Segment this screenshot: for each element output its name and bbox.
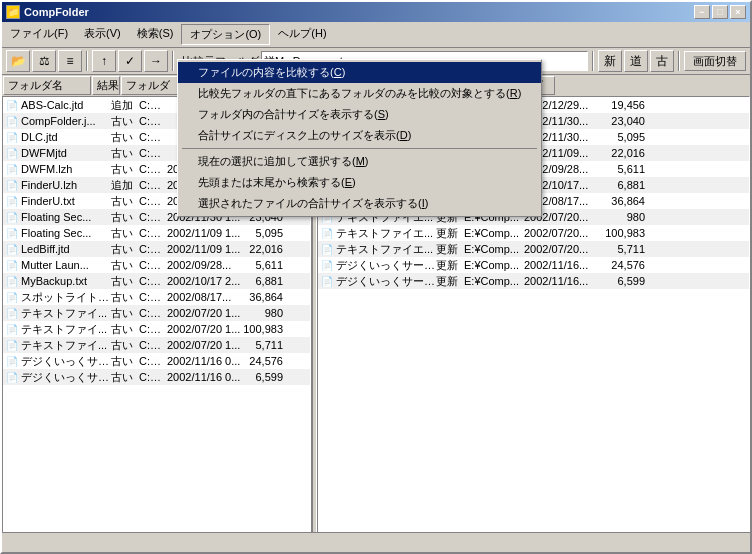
file-name: テキストファイ...	[21, 306, 111, 321]
file-icon: 📄	[5, 306, 19, 320]
menu-compare-contents[interactable]: ファイルの内容を比較する(C)	[178, 62, 541, 83]
left-col-folder-header[interactable]: フォルダ	[121, 76, 179, 95]
file-icon: 📄	[320, 258, 334, 272]
toolbar-btn-9[interactable]: 古	[650, 50, 674, 72]
toolbar-btn-3[interactable]: ≡	[58, 50, 82, 72]
file-icon: 📄	[5, 322, 19, 336]
file-size: 100,983	[242, 323, 287, 335]
table-row[interactable]: 📄テキストファイ...古いC:¥Docu...2002/07/20 1...10…	[3, 321, 310, 337]
file-result: 古い	[111, 226, 139, 241]
table-row[interactable]: 📄スポットライト0...古いC:¥Docu...2002/08/17...36,…	[3, 289, 310, 305]
file-date: 2002/11/16...	[524, 275, 599, 287]
file-icon: 📄	[5, 338, 19, 352]
file-result: 古い	[111, 354, 139, 369]
file-name: テキストファイ...	[21, 322, 111, 337]
table-row[interactable]: 📄デジくいっくサー...古いC:¥Docu...2002/11/16 0...2…	[3, 353, 310, 369]
file-icon: 📄	[320, 242, 334, 256]
file-result: 更新	[436, 226, 464, 241]
menu-add-to-selection[interactable]: 現在の選択に追加して選択する(M)	[178, 151, 541, 172]
menu-show-total-size[interactable]: 選択されたファイルの合計サイズを表示する(I)	[178, 193, 541, 214]
table-row[interactable]: 📄テキストファイエ...更新E:¥Comp...2002/07/20...5,7…	[318, 241, 749, 257]
table-row[interactable]: 📄Floating Sec...古いC:¥Docu...2002/11/09 1…	[3, 225, 310, 241]
file-size: 980	[599, 211, 649, 223]
file-result: 古い	[111, 306, 139, 321]
close-button[interactable]: ×	[730, 5, 746, 19]
file-folder: C:¥Docu...	[139, 179, 167, 191]
file-size: 5,611	[242, 259, 287, 271]
table-row[interactable]: 📄デジくいっくサーチ...更新E:¥Comp...2002/11/16...24…	[318, 257, 749, 273]
file-result: 追加	[111, 98, 139, 113]
file-result: 古い	[111, 114, 139, 129]
menu-view[interactable]: 表示(V)	[76, 24, 129, 45]
file-name: テキストファイ...	[21, 338, 111, 353]
menu-bar: ファイル(F) 表示(V) 検索(S) オプション(O) ヘルプ(H)	[2, 22, 750, 48]
file-folder: C:¥Docu...	[139, 227, 167, 239]
app-window: 📁 CompFolder − □ × ファイル(F) 表示(V) 検索(S) オ…	[0, 0, 752, 554]
table-row[interactable]: 📄Mutter Laun...古いC:¥Docu...2002/09/28...…	[3, 257, 310, 273]
file-name: CompFolder.j...	[21, 115, 111, 127]
menu-option[interactable]: オプション(O)	[181, 24, 270, 45]
table-row[interactable]: 📄デジくいっくサーチ...更新E:¥Comp...2002/11/16...6,…	[318, 273, 749, 289]
file-date: 2002/11/16...	[524, 259, 599, 271]
file-folder: E:¥Comp...	[464, 243, 524, 255]
file-name: ABS-Calc.jtd	[21, 99, 111, 111]
file-folder: C:¥Docu...	[139, 371, 167, 383]
file-size: 36,864	[599, 195, 649, 207]
file-name: スポットライト0...	[21, 290, 111, 305]
table-row[interactable]: 📄MyBackup.txt古いC:¥Docu...2002/10/17 2...…	[3, 273, 310, 289]
menu-search[interactable]: 検索(S)	[129, 24, 182, 45]
option-dropdown-menu: ファイルの内容を比較する(C) 比較先フォルダの直下にあるフォルダのみを比較の対…	[177, 59, 542, 217]
file-result: 古い	[111, 130, 139, 145]
table-row[interactable]: 📄テキストファイ...古いC:¥Docu...2002/07/20 1...98…	[3, 305, 310, 321]
file-result: 更新	[436, 258, 464, 273]
table-row[interactable]: 📄デジくいっくサー...古いC:¥Docu...2002/11/16 0...6…	[3, 369, 310, 385]
left-col-name-header[interactable]: フォルダ名	[3, 76, 91, 95]
file-folder: C:¥Docu...	[139, 339, 167, 351]
table-row[interactable]: 📄テキストファイ...古いC:¥Docu...2002/07/20 1...5,…	[3, 337, 310, 353]
app-icon: 📁	[6, 5, 20, 19]
menu-folder-total-size[interactable]: フォルダ内の合計サイズを表示する(S)	[178, 104, 541, 125]
file-date: 2002/11/16 0...	[167, 371, 242, 383]
file-name: DLC.jtd	[21, 131, 111, 143]
menu-file[interactable]: ファイル(F)	[2, 24, 76, 45]
menu-search-from-end[interactable]: 先頭または末尾から検索する(E)	[178, 172, 541, 193]
file-folder: C:¥Docu...	[139, 195, 167, 207]
menu-help[interactable]: ヘルプ(H)	[270, 24, 334, 45]
file-date: 2002/07/20...	[524, 227, 599, 239]
file-result: 古い	[111, 146, 139, 161]
file-folder: C:¥Docu...	[139, 355, 167, 367]
file-name: デジくいっくサーチ...	[336, 258, 436, 273]
toolbar-btn-4[interactable]: ↑	[92, 50, 116, 72]
left-col-result-header[interactable]: 結果	[92, 76, 120, 95]
maximize-button[interactable]: □	[712, 5, 728, 19]
file-name: LedBiff.jtd	[21, 243, 111, 255]
toolbar-btn-5[interactable]: ✓	[118, 50, 142, 72]
switch-view-button[interactable]: 画面切替	[684, 51, 746, 71]
toolbar-btn-8[interactable]: 道	[624, 50, 648, 72]
file-icon: 📄	[5, 162, 19, 176]
file-date: 2002/09/28...	[167, 259, 242, 271]
file-result: 追加	[111, 178, 139, 193]
toolbar-btn-7[interactable]: 新	[598, 50, 622, 72]
file-name: デジくいっくサーチ...	[336, 274, 436, 289]
menu-subfolder-only[interactable]: 比較先フォルダの直下にあるフォルダのみを比較の対象とする(R)	[178, 83, 541, 104]
toolbar-btn-6[interactable]: →	[144, 50, 168, 72]
toolbar-btn-1[interactable]: 📂	[6, 50, 30, 72]
file-result: 更新	[436, 274, 464, 289]
window-controls: − □ ×	[694, 5, 746, 19]
table-row[interactable]: 📄テキストファイエ...更新E:¥Comp...2002/07/20...100…	[318, 225, 749, 241]
file-size: 22,016	[599, 147, 649, 159]
file-folder: E:¥Comp...	[464, 275, 524, 287]
file-date: 2002/08/17...	[167, 291, 242, 303]
file-size: 23,040	[599, 115, 649, 127]
table-row[interactable]: 📄LedBiff.jtd古いC:¥Docu...2002/11/09 1...2…	[3, 241, 310, 257]
file-icon: 📄	[5, 178, 19, 192]
menu-disk-size[interactable]: 合計サイズにディスク上のサイズを表示(D)	[178, 125, 541, 146]
toolbar-btn-2[interactable]: ⚖	[32, 50, 56, 72]
file-date: 2002/11/16 0...	[167, 355, 242, 367]
toolbar-sep-2	[172, 51, 174, 71]
minimize-button[interactable]: −	[694, 5, 710, 19]
file-size: 6,881	[242, 275, 287, 287]
file-name: テキストファイエ...	[336, 242, 436, 257]
file-size: 6,599	[599, 275, 649, 287]
